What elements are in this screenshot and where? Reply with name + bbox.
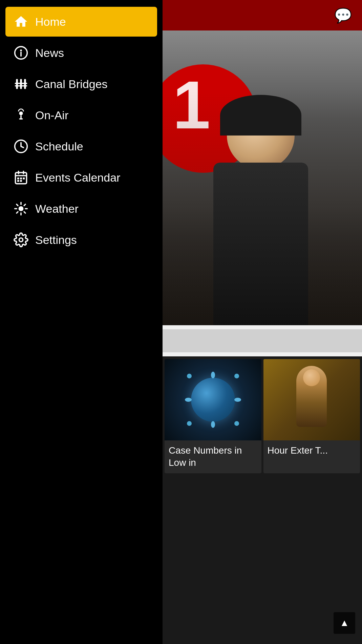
virus-ball [191,378,235,422]
news-card-1-text: Case Numbers in Low in [165,440,261,473]
news-card-2-image [263,359,360,440]
sidebar-item-on-air[interactable]: On-Air [5,100,157,130]
sidebar-item-schedule[interactable]: Schedule [5,131,157,161]
news-card-1-image [165,359,261,440]
home-icon [12,13,30,30]
content-area: 💬 1 [163,0,362,644]
sidebar-item-home-label: Home [35,15,66,28]
sidebar-item-weather[interactable]: Weather [5,194,157,224]
canal-bridges-icon [12,75,30,93]
sidebar-item-home[interactable]: Home [5,7,157,37]
svg-rect-19 [17,180,19,182]
svg-rect-20 [20,180,22,182]
svg-line-28 [17,212,18,213]
svg-point-21 [19,206,24,211]
on-air-icon [12,106,30,124]
svg-rect-10 [19,118,23,120]
news-section [163,325,362,356]
sidebar-item-schedule-label: Schedule [35,140,83,153]
schedule-icon [12,138,30,155]
chat-icon[interactable]: 💬 [334,7,352,24]
svg-point-30 [19,238,23,242]
sidebar-item-settings-label: Settings [35,233,77,247]
news-card-2-text: Hour Exter T... [263,440,360,461]
events-calendar-icon [12,169,30,186]
news-card-1[interactable]: Case Numbers in Low in [165,359,261,473]
news-cards: Case Numbers in Low in Hour Exter T... [163,356,362,476]
hero-image: 1 [163,30,362,325]
svg-rect-17 [20,178,22,180]
sidebar-item-events-calendar[interactable]: Events Calendar [5,163,157,192]
svg-line-26 [17,204,18,206]
header-bar: 💬 [163,0,362,30]
svg-line-27 [24,212,25,213]
sidebar-item-canal-bridges-label: Canal Bridges [35,78,108,91]
svg-rect-6 [15,83,27,84]
sidebar-item-news[interactable]: News [5,38,157,68]
settings-icon [12,231,30,249]
sidebar-item-on-air-label: On-Air [35,109,68,122]
sidebar-item-weather-label: Weather [35,202,79,215]
svg-rect-7 [15,85,27,87]
scroll-up-button[interactable]: ▲ [334,612,355,634]
scroll-up-icon: ▲ [340,618,349,628]
svg-line-29 [24,204,25,206]
news-card-2[interactable]: Hour Exter T... [263,359,360,473]
svg-rect-18 [23,178,25,180]
sidebar-item-news-label: News [35,46,64,60]
sidebar-item-canal-bridges[interactable]: Canal Bridges [5,69,157,99]
sidebar-item-events-calendar-label: Events Calendar [35,171,120,184]
sidebar: Home News Canal Bridges [0,0,163,644]
svg-rect-16 [17,178,19,180]
news-ticker [163,329,362,352]
weather-icon [12,200,30,217]
hero-person [183,95,339,325]
news-icon [12,44,30,62]
second-card-visual [263,359,360,440]
virus-visual [165,359,261,440]
sidebar-item-settings[interactable]: Settings [5,225,157,255]
svg-point-8 [19,111,23,115]
